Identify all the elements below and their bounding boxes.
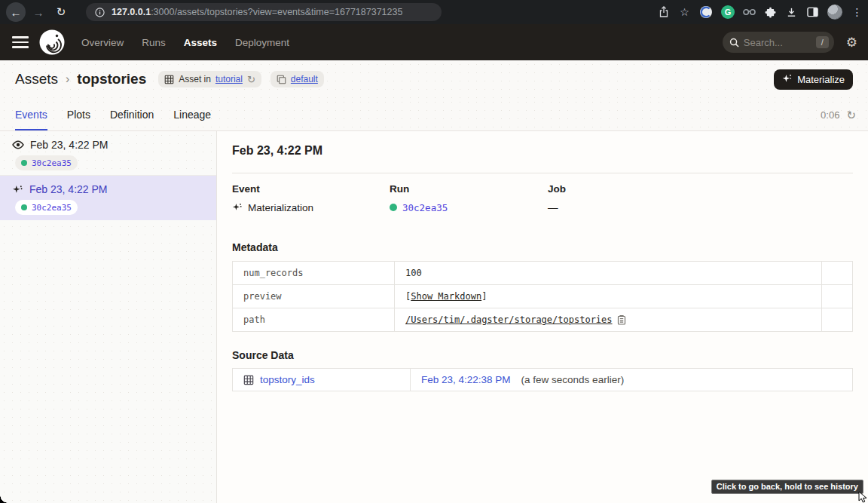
hamburger-menu-icon[interactable] <box>12 36 29 48</box>
table-row: num_records 100 <box>233 262 852 284</box>
global-search[interactable]: / <box>723 32 834 53</box>
run-status-dot <box>390 204 397 211</box>
divider <box>232 173 853 173</box>
run-id-link[interactable]: 30c2ea35 <box>402 202 448 213</box>
event-type-value: Materialization <box>248 202 313 213</box>
source-data-table: topstory_ids Feb 23, 4:22:38 PM (a few s… <box>232 368 853 391</box>
nav-item-runs[interactable]: Runs <box>142 37 166 48</box>
asset-grid-icon <box>164 75 174 84</box>
refresh-countdown: 0:06 <box>821 109 839 121</box>
breadcrumb-assets-link[interactable]: Assets <box>15 71 58 87</box>
source-timestamp-link[interactable]: Feb 23, 4:22:38 PM <box>421 374 511 385</box>
run-column-label: Run <box>390 183 548 195</box>
bracket-open: [ <box>405 291 411 302</box>
extensions-puzzle-icon[interactable] <box>764 6 777 19</box>
breadcrumb: Assets › topstories <box>15 71 146 87</box>
badge-prefix-text: Asset in <box>179 74 211 84</box>
job-column-label: Job <box>548 183 853 195</box>
asset-group-badge[interactable]: default <box>270 71 324 87</box>
refresh-icon[interactable]: ↻ <box>846 109 856 121</box>
table-row: path /Users/tim/.dagster/storage/topstor… <box>233 308 852 331</box>
group-default-link[interactable]: default <box>291 74 318 84</box>
asset-definition-badge[interactable]: Asset in tutorial ↻ <box>158 71 261 87</box>
event-column-label: Event <box>232 183 390 195</box>
materialization-sparkle-icon <box>12 184 23 195</box>
materialize-button-label: Materialize <box>797 74 845 85</box>
page-info-icon[interactable] <box>93 6 106 19</box>
browser-address-bar[interactable]: 127.0.0.1:3000/assets/topstories?view=ev… <box>86 3 442 21</box>
event-list-sidebar: Feb 23, 4:22 PM 30c2ea35 Feb 23, 4:22 PM… <box>0 131 217 503</box>
metadata-key: path <box>233 308 395 331</box>
nav-item-deployment[interactable]: Deployment <box>235 37 289 48</box>
app-nav-bar: Overview Runs Assets Deployment / ⚙ <box>0 24 868 60</box>
table-row: topstory_ids Feb 23, 4:22:38 PM (a few s… <box>233 369 852 391</box>
show-markdown-link[interactable]: Show Markdown <box>411 291 481 302</box>
dagster-logo[interactable] <box>39 29 65 55</box>
downloads-icon[interactable] <box>785 6 798 19</box>
metadata-value: 100 <box>405 268 422 278</box>
browser-toolbar: ← → ↻ 127.0.0.1:3000/assets/topstories?v… <box>0 0 868 24</box>
browser-menu-dots-icon[interactable]: ⋮ <box>851 6 863 19</box>
copy-path-icon[interactable] <box>617 314 626 325</box>
event-time: Feb 23, 4:22 PM <box>30 139 108 151</box>
profile-avatar[interactable] <box>827 5 842 20</box>
nav-item-assets[interactable]: Assets <box>184 37 217 48</box>
metadata-key: num_records <box>233 262 395 284</box>
event-detail-title: Feb 23, 4:22 PM <box>232 144 853 158</box>
materialization-sparkle-icon <box>232 202 243 213</box>
tab-definition[interactable]: Definition <box>110 98 154 130</box>
tab-plots[interactable]: Plots <box>67 98 90 130</box>
event-detail-panel: Feb 23, 4:22 PM Event Materialization Ru… <box>217 131 868 503</box>
asset-grid-icon <box>243 375 254 385</box>
path-link[interactable]: /Users/tim/.dagster/storage/topstories <box>405 314 613 325</box>
metadata-extra-cell <box>822 262 852 284</box>
event-run-chip[interactable]: 30c2ea35 <box>15 200 78 215</box>
materialize-button[interactable]: Materialize <box>774 69 853 90</box>
metadata-extra-cell <box>822 285 852 308</box>
run-id-text: 30c2ea35 <box>32 158 72 168</box>
metadata-table: num_records 100 preview [Show Markdown] … <box>232 261 853 332</box>
grammarly-extension-icon[interactable]: G <box>721 5 735 19</box>
goggles-extension-icon[interactable] <box>743 6 756 19</box>
metadata-heading: Metadata <box>232 241 853 253</box>
group-copy-icon <box>277 75 286 84</box>
run-status-dot <box>21 204 27 210</box>
browser-forward-button[interactable]: → <box>29 2 48 22</box>
bookmark-star-icon[interactable]: ☆ <box>678 6 691 19</box>
asset-page-header: Assets › topstories Asset in tutorial ↻ … <box>0 60 868 98</box>
observation-eye-icon <box>12 139 24 151</box>
tab-lineage[interactable]: Lineage <box>173 98 211 130</box>
reload-repo-icon[interactable]: ↻ <box>247 75 255 84</box>
event-run-chip[interactable]: 30c2ea35 <box>15 155 78 170</box>
nav-item-overview[interactable]: Overview <box>81 37 124 48</box>
password-extension-icon[interactable] <box>699 5 713 19</box>
metadata-extra-cell <box>822 308 852 331</box>
browser-back-button[interactable]: ← <box>6 2 26 22</box>
search-shortcut-key: / <box>816 36 829 48</box>
job-value: — <box>548 202 558 213</box>
event-list-item-observation[interactable]: Feb 23, 4:22 PM 30c2ea35 <box>0 131 216 176</box>
browser-reload-button[interactable]: ↻ <box>51 2 71 22</box>
search-input[interactable] <box>744 37 811 48</box>
upstream-asset-link[interactable]: topstory_ids <box>260 374 315 385</box>
table-row: preview [Show Markdown] <box>233 284 852 308</box>
breadcrumb-separator: › <box>66 72 69 86</box>
url-text: 127.0.0.1:3000/assets/topstories?view=ev… <box>112 7 402 17</box>
back-button-tooltip: Click to go back, hold to see history <box>711 480 863 494</box>
tutorial-repo-link[interactable]: tutorial <box>215 74 243 84</box>
event-list-item-materialization[interactable]: Feb 23, 4:22 PM 30c2ea35 <box>0 176 216 220</box>
run-id-text: 30c2ea35 <box>32 203 72 213</box>
asset-tabs: Events Plots Definition Lineage 0:06 ↻ <box>0 98 868 131</box>
materialize-sparkle-icon <box>782 74 793 84</box>
metadata-key: preview <box>233 285 395 308</box>
settings-gear-icon[interactable]: ⚙ <box>846 36 857 49</box>
share-icon[interactable] <box>657 6 670 19</box>
mouse-cursor <box>858 491 867 503</box>
source-data-heading: Source Data <box>232 349 853 361</box>
bracket-close: ] <box>481 291 487 302</box>
side-panel-icon[interactable] <box>806 6 819 19</box>
search-icon <box>729 38 739 48</box>
event-time: Feb 23, 4:22 PM <box>29 183 108 195</box>
tab-events[interactable]: Events <box>15 98 47 130</box>
window-rounded-corner <box>0 495 8 503</box>
